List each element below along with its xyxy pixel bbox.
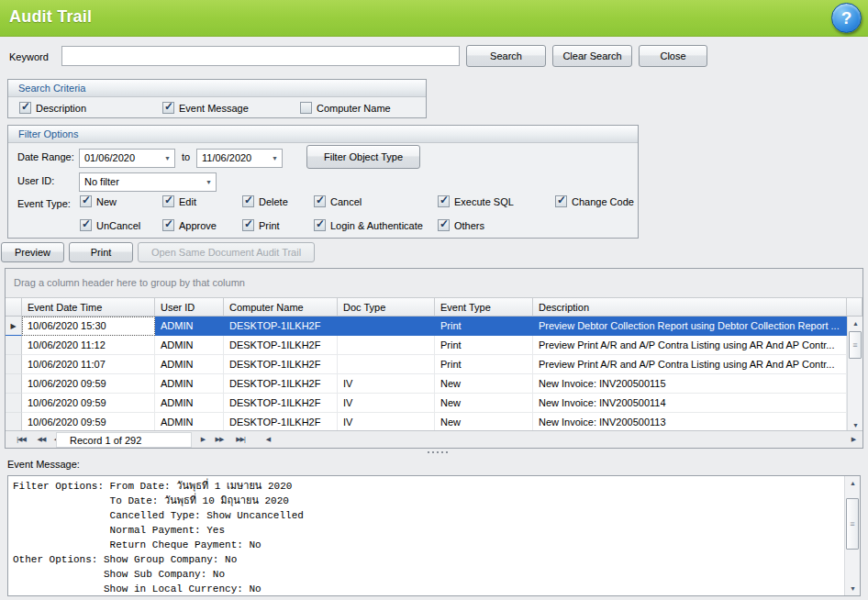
cell-event-type[interactable]: Print bbox=[435, 355, 533, 374]
cell-event-type[interactable]: Print bbox=[435, 317, 533, 336]
scrollbar-thumb[interactable]: ≡ bbox=[846, 498, 859, 550]
cell-computer-name[interactable]: DESKTOP-1ILKH2F bbox=[224, 355, 338, 374]
filter-object-type-button[interactable]: Filter Object Type bbox=[306, 145, 420, 169]
hscroll-left-button[interactable]: ◀ bbox=[262, 431, 273, 448]
column-header-doc-type[interactable]: Doc Type bbox=[338, 297, 435, 317]
checkbox-others[interactable]: ✓ Others bbox=[438, 219, 484, 231]
nav-first-button[interactable]: |◀◀ bbox=[11, 431, 31, 448]
checkbox-change-code[interactable]: ✓ Change Code bbox=[555, 195, 634, 207]
cell-doc-type[interactable]: IV bbox=[338, 413, 435, 432]
cell-event-date-time[interactable]: 10/06/2020 15:30 bbox=[22, 317, 155, 336]
checkbox-uncancel[interactable]: ✓ UnCancel bbox=[80, 219, 140, 231]
cell-description[interactable]: New Invoice: INV200500113 bbox=[533, 413, 847, 432]
cell-user-id[interactable]: ADMIN bbox=[155, 336, 224, 355]
table-row[interactable]: 10/06/2020 11:07 ADMIN DESKTOP-1ILKH2F P… bbox=[6, 355, 847, 374]
cell-user-id[interactable]: ADMIN bbox=[155, 355, 224, 374]
cell-computer-name[interactable]: DESKTOP-1ILKH2F bbox=[224, 317, 338, 336]
column-header-computer-name[interactable]: Computer Name bbox=[224, 297, 338, 317]
cell-doc-type[interactable] bbox=[338, 355, 435, 374]
table-row[interactable]: 10/06/2020 09:59 ADMIN DESKTOP-1ILKH2F I… bbox=[6, 394, 847, 413]
table-row[interactable]: 10/06/2020 11:12 ADMIN DESKTOP-1ILKH2F P… bbox=[6, 336, 847, 355]
cell-doc-type[interactable] bbox=[338, 317, 435, 336]
checkbox-cancel[interactable]: ✓ Cancel bbox=[314, 195, 362, 207]
checkbox-description[interactable]: ✓ Description bbox=[19, 102, 86, 114]
cell-user-id[interactable]: ADMIN bbox=[155, 374, 224, 394]
table-row[interactable]: ▶ 10/06/2020 15:30 ADMIN DESKTOP-1ILKH2F… bbox=[6, 317, 847, 336]
date-from-picker[interactable]: 01/06/2020 ▼ bbox=[79, 149, 175, 168]
scroll-down-button[interactable]: ▼ bbox=[845, 582, 861, 595]
help-button[interactable]: ? bbox=[831, 3, 862, 33]
cell-description[interactable]: Preview Debtor Collection Report using D… bbox=[533, 317, 847, 336]
group-by-panel[interactable]: Drag a column header here to group by th… bbox=[6, 269, 862, 297]
chevron-down-icon: ▼ bbox=[206, 179, 212, 185]
search-button[interactable]: Search bbox=[466, 45, 546, 67]
hscroll-right-button[interactable]: ▶ bbox=[848, 431, 859, 448]
print-button[interactable]: Print bbox=[69, 242, 133, 262]
row-indicator[interactable]: ▶ bbox=[6, 317, 22, 336]
nav-last-button[interactable]: ▶▶| bbox=[230, 431, 250, 448]
cell-doc-type[interactable]: IV bbox=[338, 394, 435, 413]
close-button[interactable]: Close bbox=[639, 45, 707, 67]
checkbox-execute-sql[interactable]: ✓ Execute SQL bbox=[438, 195, 514, 207]
cell-description[interactable]: Preview Print A/R and A/P Contra Listing… bbox=[533, 336, 847, 355]
clear-search-button[interactable]: Clear Search bbox=[552, 45, 632, 67]
cell-computer-name[interactable]: DESKTOP-1ILKH2F bbox=[224, 394, 338, 413]
cell-event-date-time[interactable]: 10/06/2020 09:59 bbox=[22, 374, 155, 394]
date-to-picker[interactable]: 11/06/2020 ▼ bbox=[196, 149, 283, 168]
nav-next-button[interactable]: ▶ bbox=[198, 431, 207, 448]
checkbox-approve[interactable]: ✓ Approve bbox=[162, 219, 217, 231]
cell-event-type[interactable]: New bbox=[435, 413, 533, 432]
checkbox-new[interactable]: ✓ New bbox=[80, 195, 117, 207]
cell-event-date-time[interactable]: 10/06/2020 11:07 bbox=[22, 355, 155, 374]
user-id-select[interactable]: No filter ▼ bbox=[79, 172, 217, 192]
column-header-event-type[interactable]: Event Type bbox=[435, 297, 533, 317]
splitter-handle[interactable] bbox=[0, 449, 868, 457]
checkbox-edit[interactable]: ✓ Edit bbox=[162, 195, 196, 207]
checkbox-print[interactable]: ✓ Print bbox=[242, 219, 280, 231]
row-indicator[interactable] bbox=[6, 374, 22, 394]
column-header-event-date-time[interactable]: Event Date Time bbox=[22, 297, 155, 317]
table-row[interactable]: 10/06/2020 09:59 ADMIN DESKTOP-1ILKH2F I… bbox=[6, 374, 847, 394]
table-row[interactable]: 10/06/2020 09:59 ADMIN DESKTOP-1ILKH2F I… bbox=[6, 413, 847, 432]
cell-event-type[interactable]: Print bbox=[435, 336, 533, 355]
keyword-input[interactable] bbox=[61, 46, 460, 66]
row-indicator[interactable] bbox=[6, 355, 22, 374]
cell-user-id[interactable]: ADMIN bbox=[155, 413, 224, 432]
checkbox-delete[interactable]: ✓ Delete bbox=[242, 195, 288, 207]
cell-user-id[interactable]: ADMIN bbox=[155, 317, 224, 336]
row-indicator[interactable] bbox=[6, 413, 22, 432]
row-indicator[interactable] bbox=[6, 394, 22, 413]
cell-description[interactable]: New Invoice: INV200500115 bbox=[533, 374, 847, 394]
grid-vertical-scrollbar[interactable]: ▲ ≡ ▼ bbox=[847, 317, 862, 432]
column-header-user-id[interactable]: User ID bbox=[155, 297, 224, 317]
event-message-box[interactable]: Filter Options: From Date: วันพุธที่ 1 เ… bbox=[7, 475, 861, 596]
cell-event-date-time[interactable]: 10/06/2020 09:59 bbox=[22, 394, 155, 413]
open-same-document-audit-trail-button[interactable]: Open Same Document Audit Trail bbox=[138, 242, 315, 262]
nav-prev-page-button[interactable]: ◀◀ bbox=[33, 431, 50, 448]
scrollbar-thumb[interactable]: ≡ bbox=[849, 331, 862, 359]
preview-button[interactable]: Preview bbox=[1, 242, 64, 262]
scroll-up-button[interactable]: ▲ bbox=[848, 317, 863, 330]
event-message-scrollbar[interactable]: ▲ ≡ ▼ bbox=[844, 476, 860, 595]
nav-next-page-button[interactable]: ▶▶ bbox=[211, 431, 228, 448]
checkbox-icon: ✓ bbox=[242, 219, 254, 231]
row-indicator[interactable] bbox=[6, 336, 22, 355]
cell-description[interactable]: Preview Print A/R and A/P Contra Listing… bbox=[533, 355, 847, 374]
cell-event-date-time[interactable]: 10/06/2020 09:59 bbox=[22, 413, 155, 432]
checkbox-login-authenticate[interactable]: ✓ Login & Authenticate bbox=[314, 219, 423, 231]
cell-computer-name[interactable]: DESKTOP-1ILKH2F bbox=[224, 336, 338, 355]
event-message-text: Filter Options: From Date: วันพุธที่ 1 เ… bbox=[13, 479, 841, 596]
cell-event-type[interactable]: New bbox=[435, 374, 533, 394]
cell-computer-name[interactable]: DESKTOP-1ILKH2F bbox=[224, 413, 338, 432]
cell-event-type[interactable]: New bbox=[435, 394, 533, 413]
cell-user-id[interactable]: ADMIN bbox=[155, 394, 224, 413]
cell-event-date-time[interactable]: 10/06/2020 11:12 bbox=[22, 336, 155, 355]
scroll-up-button[interactable]: ▲ bbox=[845, 476, 861, 490]
cell-doc-type[interactable]: IV bbox=[338, 374, 435, 394]
cell-description[interactable]: New Invoice: INV200500114 bbox=[533, 394, 847, 413]
cell-computer-name[interactable]: DESKTOP-1ILKH2F bbox=[224, 374, 338, 394]
checkbox-event-message[interactable]: ✓ Event Message bbox=[162, 102, 249, 114]
column-header-description[interactable]: Description bbox=[533, 297, 847, 317]
cell-doc-type[interactable] bbox=[338, 336, 435, 355]
checkbox-computer-name[interactable]: Computer Name bbox=[300, 102, 391, 114]
